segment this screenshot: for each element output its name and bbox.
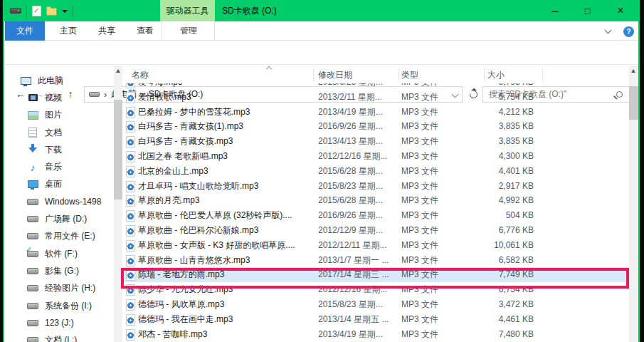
file-name: 巴桑拉姆 - 梦中的雪莲花.mp3 xyxy=(138,105,312,120)
sidebar-item-drive-经验图片(H:)[interactable]: 经验图片 (H:) xyxy=(0,280,114,297)
tab-share[interactable]: 共享 xyxy=(90,21,123,41)
file-size: 4,992 KB xyxy=(451,193,534,208)
file-date: 2012/12/16 星期... xyxy=(318,282,399,297)
sidebar-item-this-pc-此电脑[interactable]: 此电脑 xyxy=(0,72,114,89)
scrollbar-thumb[interactable] xyxy=(629,86,638,120)
help-icon[interactable]: ? xyxy=(623,26,634,37)
sidebar-item-drive-Windows-1498[interactable]: Windows-1498 xyxy=(0,193,114,210)
table-row[interactable]: 北京的金山上.mp3 2015/6/28 星期... MP3 文件 4,401 … xyxy=(122,164,629,179)
table-row[interactable]: 草原歌曲 - 伦巴科尔沁新娘.mp3 2012/12/9 星期... MP3 文… xyxy=(122,223,629,238)
file-name: 德德玛 - 我在画中走.mp3 xyxy=(138,312,312,327)
window-title: SD卡歌盘 (O:) xyxy=(222,0,277,21)
mp3-file-icon xyxy=(126,299,135,311)
mp3-file-icon xyxy=(126,269,135,281)
table-row[interactable]: 德德玛 - 风吹草原.mp3 2015/8/23 星期... MP3 文件 3,… xyxy=(122,297,629,312)
properties-check-icon[interactable]: ✓ xyxy=(32,6,41,16)
minimize-button[interactable]: ─ xyxy=(539,0,571,21)
column-divider[interactable] xyxy=(313,68,314,81)
file-size: 7,749 KB xyxy=(451,267,534,282)
tab-file[interactable]: 文件 xyxy=(5,21,45,41)
table-row[interactable]: 爱情牧歌.mp3 2013/2/11 星期... MP3 文件 5,754 KB xyxy=(122,90,629,105)
file-size: 6,582 KB xyxy=(451,253,534,268)
new-folder-icon[interactable] xyxy=(46,8,57,16)
sidebar-item-pictures-图片[interactable]: 图片 xyxy=(0,107,114,124)
table-row[interactable]: 爱琴海.mp3 2013/6/28 星期... MP3 文件 3,793 KB xyxy=(122,83,629,90)
sidebar-item-desktop-桌面[interactable]: 桌面 xyxy=(0,176,114,193)
drive-icon xyxy=(27,265,38,276)
file-size: 3,835 KB xyxy=(451,119,534,134)
file-name: 草原歌曲 - 伦巴爱人草原 (32秒铃声版).... xyxy=(138,208,312,223)
drive-icon xyxy=(27,214,38,225)
sidebar-item-drive-广场舞(D:)[interactable]: 广场舞 (D:) xyxy=(0,210,114,227)
file-name: 爱琴海.mp3 xyxy=(138,83,312,90)
file-name: 陈少华 - 九九女儿红.mp3 xyxy=(138,282,312,297)
file-date: 2013/4/19 星期... xyxy=(318,105,399,120)
table-row[interactable]: 草原歌曲 - 伦巴爱人草原 (32秒铃声版).... 2016/9/26 星期.… xyxy=(122,208,629,223)
tab-manage[interactable]: 管理 xyxy=(171,21,206,41)
sidebar-item-drive-系统备份(I:)[interactable]: 系统备份 (I:) xyxy=(0,297,114,314)
file-date: 2016/9/26 星期... xyxy=(318,208,399,223)
table-row[interactable]: 陈少华 - 九九女儿红.mp3 2012/12/16 星期... MP3 文件 … xyxy=(122,282,629,297)
sidebar-item-downloads-下载[interactable]: 下载 xyxy=(0,141,114,158)
column-header-size[interactable]: 大小 xyxy=(487,69,505,81)
table-row[interactable]: 德德玛 - 我在画中走.mp3 2013/1/4 星期五 ... MP3 文件 … xyxy=(122,312,629,327)
table-row[interactable]: 白玛多吉 - 青藏女孩.mp3 2013/4/13 星期... MP3 文件 3… xyxy=(122,134,629,149)
mp3-file-icon xyxy=(126,121,135,133)
table-row[interactable]: 邓杰 - 苦咖啡.mp3 2013/4/19 星期... MP3 文件 7,48… xyxy=(122,327,629,342)
close-button[interactable]: × xyxy=(604,0,637,21)
table-row[interactable]: 草原歌曲 - 女声版 - K3 好甜的歌唱草原.... 2012/12/11 星… xyxy=(122,238,629,253)
tab-view[interactable]: 查看 xyxy=(129,21,162,41)
contextual-tab-drive-tools[interactable]: 驱动器工具 xyxy=(160,0,215,21)
column-header-date[interactable]: 修改日期 xyxy=(318,69,352,81)
this-pc-icon xyxy=(20,75,31,86)
table-row[interactable]: 巴桑拉姆 - 梦中的雪莲花.mp3 2013/4/19 星期... MP3 文件… xyxy=(122,105,629,120)
drive-icon[interactable] xyxy=(10,8,21,14)
drive-icon xyxy=(27,317,38,328)
qat-dropdown-icon[interactable] xyxy=(62,10,68,13)
sort-ascending-icon xyxy=(266,66,272,72)
sidebar-item-drive-影集(G:)[interactable]: 影集 (G:) xyxy=(0,262,114,279)
file-size: 4,461 KB xyxy=(451,312,534,327)
mp3-file-icon xyxy=(126,195,135,207)
mp3-file-icon xyxy=(126,240,135,252)
table-row[interactable]: 才旦卓玛 - 唱支山歌给党听.mp3 2015/8/23 星期... MP3 文… xyxy=(122,179,629,194)
sidebar-item-music-音乐[interactable]: ♪ 音乐 xyxy=(0,158,114,175)
drive-icon xyxy=(27,300,38,311)
sidebar-item-videos-视频[interactable]: 视频 xyxy=(0,89,114,106)
column-header-type[interactable]: 类型 xyxy=(401,69,418,81)
column-divider[interactable] xyxy=(398,68,399,81)
filelist-scrollbar[interactable] xyxy=(629,66,638,342)
sidebar-item-drive-123(J:)[interactable]: 123 (J:) xyxy=(0,314,114,331)
sidebar-item-documents-文档[interactable]: 文档 xyxy=(0,124,114,141)
mp3-file-icon xyxy=(126,225,135,237)
table-row-selected[interactable]: 陈瑞 - 老地方的雨.mp3 2017/1/4 星期三 ... MP3 文件 7… xyxy=(122,267,629,282)
explorer-window: ✓ 驱动器工具 SD卡歌盘 (O:) ─ □ × 文件 主页 共享 查看 管理 … xyxy=(0,0,644,342)
table-row[interactable]: 北国之春 老歌新唱.mp3 2012/12/16 星期... MP3 文件 4,… xyxy=(122,149,629,164)
mp3-file-icon xyxy=(126,284,135,296)
file-size: 2,917 KB xyxy=(451,179,534,194)
file-name: 草原歌曲 - 山青青悠悠水.mp3 xyxy=(138,253,312,268)
column-divider[interactable] xyxy=(542,68,543,81)
column-header-name[interactable]: 名称 xyxy=(132,69,149,81)
scrollbar-thumb[interactable] xyxy=(114,100,122,200)
file-size: 3,472 KB xyxy=(451,297,534,312)
sidebar-item-drive-文档(L:)[interactable]: 文档 (L:) xyxy=(0,331,114,342)
title-bar: ✓ 驱动器工具 SD卡歌盘 (O:) ─ □ × xyxy=(0,0,644,21)
file-list: 爱琴海.mp3 2013/6/28 星期... MP3 文件 3,793 KB … xyxy=(122,83,629,342)
sidebar-item-drive-check-软件(F:)[interactable]: 软件 (F:) xyxy=(0,245,114,262)
table-row[interactable]: 白玛多吉 - 青藏女孩(1).mp3 2016/9/26 星期... MP3 文… xyxy=(122,119,629,134)
maximize-button[interactable]: □ xyxy=(571,0,604,21)
file-name: 才旦卓玛 - 唱支山歌给党听.mp3 xyxy=(138,179,312,194)
file-name: 邓杰 - 苦咖啡.mp3 xyxy=(138,327,312,342)
expand-ribbon-chevron-icon[interactable] xyxy=(605,27,612,34)
documents-icon xyxy=(27,127,38,138)
sidebar-scrollbar[interactable] xyxy=(114,66,122,342)
column-divider[interactable] xyxy=(484,68,485,81)
mp3-file-icon xyxy=(126,151,135,162)
tab-home[interactable]: 主页 xyxy=(52,21,85,41)
sidebar-item-drive-常用文件(E:)[interactable]: 常用文件 (E:) xyxy=(0,228,114,245)
table-row[interactable]: 草原歌曲 - 山青青悠悠水.mp3 2013/1/7 星期一 ... MP3 文… xyxy=(122,253,629,268)
mp3-file-icon xyxy=(126,83,135,88)
divider xyxy=(214,21,215,41)
table-row[interactable]: 草原的月亮.mp3 2015/6/28 星期... MP3 文件 4,992 K… xyxy=(122,193,629,208)
